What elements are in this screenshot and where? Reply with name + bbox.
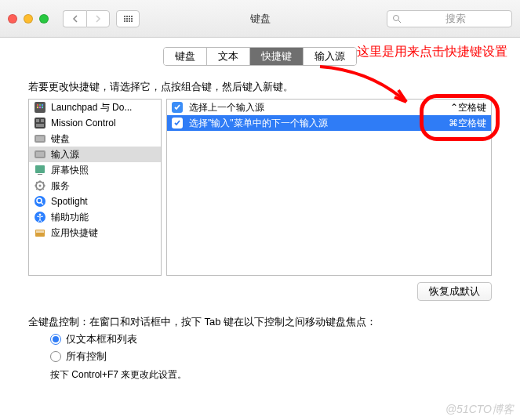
category-screenshot[interactable]: 屏幕快照 [29,162,161,178]
svg-point-7 [39,107,41,108]
titlebar: 键盘 搜索 [0,0,520,38]
tab-快捷键[interactable]: 快捷键 [250,48,304,65]
launchpad-icon [34,101,46,114]
svg-rect-18 [38,174,42,175]
tab-键盘[interactable]: 键盘 [164,48,207,65]
minimize-icon[interactable] [24,14,33,24]
screenshot-icon [34,164,46,176]
radio-icon [50,351,61,362]
category-input[interactable]: 输入源 [29,147,161,162]
svg-point-21 [35,196,45,207]
radio-icon [50,334,61,345]
fka-label: 全键盘控制：在窗口和对话框中，按下 Tab 键在以下控制之间移动键盘焦点： [28,315,492,329]
close-icon[interactable] [8,14,17,24]
zoom-icon[interactable] [39,14,49,24]
category-accessibility[interactable]: 辅助功能 [29,209,161,225]
svg-point-25 [39,214,42,216]
category-services[interactable]: 服务 [29,178,161,194]
svg-point-4 [39,104,41,106]
svg-rect-14 [36,136,44,141]
search-input[interactable]: 搜索 [387,10,512,27]
tab-文本[interactable]: 文本 [207,48,250,65]
category-launchpad[interactable]: Launchpad 与 Do... [29,100,161,115]
accessibility-icon [34,211,46,223]
svg-line-1 [398,20,401,23]
svg-point-20 [39,185,42,187]
search-icon [392,14,402,24]
radio-label: 所有控制 [66,349,107,364]
fka-radio-text[interactable]: 仅文本框和列表 [50,332,492,346]
svg-rect-16 [36,152,44,157]
category-label: 屏幕快照 [51,164,89,177]
category-list[interactable]: Launchpad 与 Do...Mission Control键盘输入源屏幕快… [28,99,162,276]
radio-label: 仅文本框和列表 [66,332,137,346]
tab-输入源[interactable]: 输入源 [304,48,356,65]
category-label: 服务 [51,179,70,193]
mission-icon [34,117,46,129]
category-mission[interactable]: Mission Control [29,115,161,131]
category-label: 应用快捷键 [51,226,98,240]
checkbox[interactable] [172,118,183,129]
checkbox[interactable] [172,102,183,113]
shortcut-keys[interactable]: ⌘空格键 [449,117,486,130]
forward-button[interactable] [86,10,110,27]
shortcut-list[interactable]: 选择上一个输入源⌃空格键选择"输入"菜单中的下一个输入源⌘空格键 [166,99,492,276]
keyboard-icon [34,132,46,145]
svg-rect-12 [36,124,44,127]
svg-point-6 [37,107,38,108]
svg-point-8 [42,107,43,108]
appshortcut-icon [34,226,46,239]
category-keyboard[interactable]: 键盘 [29,131,161,147]
svg-point-5 [42,104,43,106]
fka-radio-all[interactable]: 所有控制 [50,349,492,364]
show-all-button[interactable] [116,10,140,27]
svg-rect-10 [36,119,39,122]
shortcut-label: 选择"输入"菜单中的下一个输入源 [189,117,442,130]
grid-icon [124,16,133,22]
category-label: 辅助功能 [51,211,89,224]
category-label: Spotlight [51,196,88,207]
spotlight-icon [34,195,46,208]
shortcut-keys[interactable]: ⌃空格键 [450,101,486,114]
svg-point-0 [394,15,399,20]
hint-text: 若要更改快捷键，请选择它，点按组合键，然后键入新键。 [28,80,520,94]
tab-bar: 键盘文本快捷键输入源 [0,47,520,66]
category-appshortcut[interactable]: 应用快捷键 [29,225,161,241]
watermark: @51CTO博客 [445,403,514,417]
category-spotlight[interactable]: Spotlight [29,194,161,209]
back-button[interactable] [63,10,86,27]
category-label: 输入源 [51,148,79,161]
window-title: 键盘 [250,12,271,26]
category-label: Mission Control [51,118,116,129]
input-icon [34,148,46,161]
fka-note: 按下 Control+F7 来更改此设置。 [50,368,492,382]
shortcut-label: 选择上一个输入源 [189,101,444,114]
svg-rect-27 [36,230,44,233]
category-label: 键盘 [51,132,70,146]
search-placeholder: 搜索 [405,12,507,26]
svg-point-3 [37,104,38,106]
category-label: Launchpad 与 Do... [51,101,132,114]
svg-rect-11 [41,119,44,122]
svg-rect-17 [35,165,45,173]
services-icon [34,179,46,192]
window-controls [8,14,49,24]
restore-defaults-button[interactable]: 恢复成默认 [417,282,492,301]
shortcut-row[interactable]: 选择"输入"菜单中的下一个输入源⌘空格键 [167,115,491,131]
shortcut-row[interactable]: 选择上一个输入源⌃空格键 [167,100,491,115]
nav-buttons [63,10,110,27]
